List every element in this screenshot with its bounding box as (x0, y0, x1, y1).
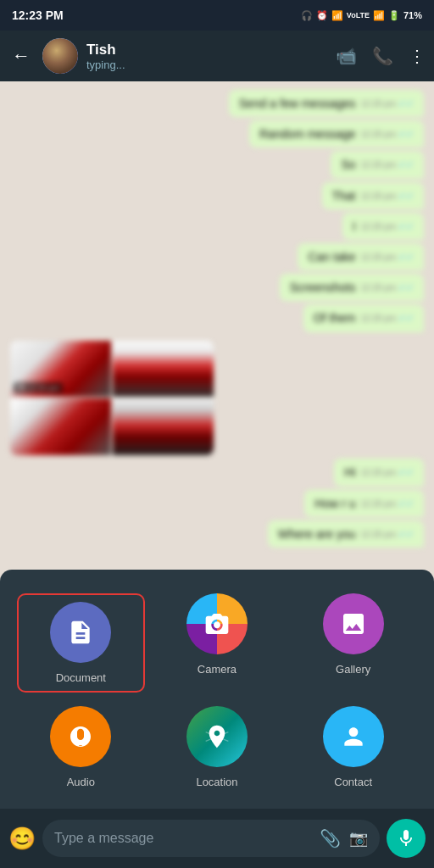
camera-circle (186, 593, 248, 654)
gallery-circle (323, 593, 384, 654)
attach-item-audio[interactable]: Audio (17, 706, 145, 788)
camera-icon[interactable]: 📷 (349, 829, 368, 848)
message-bubble: How r u 12:20 pm ✓✓ (304, 490, 424, 517)
photo-cell: Hi 12:20 pm (10, 341, 111, 398)
message-bubble: Random message 12:20 pm ✓✓ (249, 120, 424, 147)
signal-icon: 📶 (331, 10, 343, 21)
message-placeholder: Type a message (54, 831, 311, 846)
message-bubble: Screenshots 12:20 pm ✓✓ (280, 274, 424, 301)
contact-circle (323, 706, 384, 767)
input-bar: 😊 Type a message 📎 📷 (0, 809, 434, 868)
contact-info[interactable]: Tish typing... (86, 42, 327, 71)
audio-label: Audio (67, 776, 95, 788)
attachment-panel: Document Camera Gallery (0, 570, 434, 809)
battery-level: 71% (403, 10, 422, 20)
message-bubble: Of them 12:20 pm ✓✓ (303, 304, 424, 331)
photo-cell (10, 398, 111, 455)
voice-call-button[interactable]: 📞 (372, 46, 393, 66)
attach-item-gallery[interactable]: Gallery (289, 593, 417, 693)
contact-status: typing... (86, 58, 327, 71)
message-bubble: I 12:20 pm ✓✓ (342, 213, 424, 240)
photo-cell (113, 398, 214, 455)
mic-button[interactable] (387, 819, 426, 858)
chat-messages: Send a few messages 12:20 pm ✓✓ Random m… (0, 81, 434, 556)
message-bubble: Send a few messages 12:20 pm ✓✓ (229, 90, 424, 117)
header-actions: 📹 📞 ⋮ (336, 46, 426, 66)
status-icons: 🎧 ⏰ 📶 VoLTE 📶 🔋 71% (301, 10, 422, 21)
message-bubble: So 12:20 pm ✓✓ (331, 151, 424, 178)
more-options-button[interactable]: ⋮ (409, 46, 426, 66)
attach-item-contact[interactable]: Contact (289, 706, 417, 788)
input-icons: 📎 📷 (320, 828, 368, 849)
chat-area: Send a few messages 12:20 pm ✓✓ Random m… (0, 81, 434, 556)
camera-label: Camera (198, 663, 236, 676)
back-button[interactable]: ← (8, 42, 34, 70)
photo-grid: Hi 12:20 pm (10, 341, 214, 456)
attach-item-location[interactable]: Location (153, 706, 281, 788)
chat-header: ← Tish typing... 📹 📞 ⋮ (0, 31, 434, 81)
message-bubble: That 12:20 pm ✓✓ (322, 182, 425, 209)
document-label: Document (56, 671, 106, 684)
status-bar: 12:23 PM 🎧 ⏰ 📶 VoLTE 📶 🔋 71% (0, 0, 434, 31)
attach-item-document[interactable]: Document (17, 593, 145, 693)
status-time: 12:23 PM (12, 8, 64, 22)
attachment-icon[interactable]: 📎 (320, 828, 341, 849)
attach-grid: Document Camera Gallery (17, 593, 417, 788)
headphone-icon: 🎧 (301, 10, 313, 21)
photo-cell (113, 341, 214, 398)
message-bubble: Hi 12:20 pm ✓✓ (334, 459, 424, 486)
message-bubble: Can take 12:20 pm ✓✓ (298, 243, 424, 270)
message-bubble: Where are you 12:20 pm ✓✓ (268, 520, 424, 548)
battery-icon: 🔋 (388, 10, 400, 21)
audio-circle (50, 706, 111, 767)
video-call-button[interactable]: 📹 (336, 46, 357, 66)
attach-item-camera[interactable]: Camera (153, 593, 281, 693)
contact-avatar[interactable] (42, 38, 78, 74)
message-input-field[interactable]: Type a message 📎 📷 (42, 820, 380, 857)
contact-label: Contact (334, 776, 372, 788)
contact-name: Tish (86, 42, 327, 58)
gallery-label: Gallery (336, 663, 370, 676)
location-circle (186, 706, 248, 767)
document-circle (50, 602, 111, 663)
volte-icon: VoLTE (347, 11, 370, 19)
location-label: Location (196, 776, 237, 788)
photo-label: Hi 12:20 pm (14, 382, 63, 393)
emoji-button[interactable]: 😊 (8, 826, 36, 852)
alarm-icon: ⏰ (316, 10, 328, 21)
wifi-icon: 📶 (373, 10, 385, 21)
